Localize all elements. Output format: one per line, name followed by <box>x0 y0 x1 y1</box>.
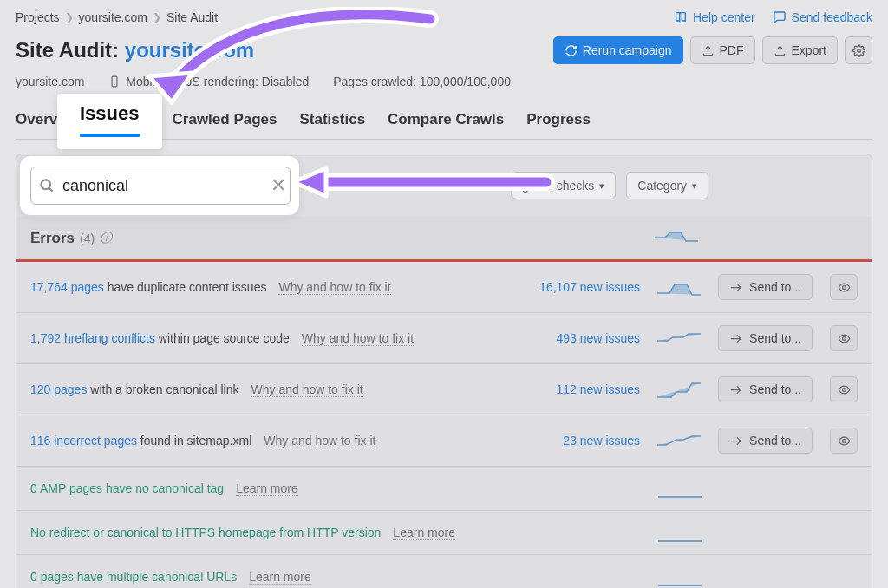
search-input[interactable] <box>62 177 264 195</box>
breadcrumb-projects[interactable]: Projects <box>16 10 60 24</box>
hide-issue-button[interactable] <box>830 325 858 351</box>
issue-row: 17,764 pages have duplicate content issu… <box>16 262 872 313</box>
svg-point-8 <box>842 439 846 442</box>
category-filter[interactable]: Category▾ <box>626 172 708 199</box>
issue-link[interactable]: 120 pages <box>30 382 87 396</box>
refresh-icon <box>565 44 578 57</box>
issue-text: with a broken canonical link <box>87 382 238 396</box>
tab-progress[interactable]: Progress <box>526 111 591 139</box>
sparkline-icon <box>655 227 698 246</box>
issue-row: 116 incorrect pages found in sitemap.xml… <box>16 415 872 467</box>
issue-link[interactable]: 0 AMP pages have no canonical tag <box>30 481 224 495</box>
page-title: Site Audit: yoursite.com <box>16 38 254 62</box>
help-center-link[interactable]: Help center <box>674 10 755 24</box>
breadcrumb-tool[interactable]: Site Audit <box>166 10 218 24</box>
issues-panel: ✕ gered checks▾ Category▾ Errors (4) ⓘ 1… <box>16 154 872 588</box>
why-fix-link[interactable]: Why and how to fix it <box>278 280 390 295</box>
issue-link[interactable]: 17,764 pages <box>30 280 104 294</box>
sparkline-flat <box>658 567 702 586</box>
meta-crawled: Pages crawled: 100,000/100,000 <box>333 75 511 88</box>
pdf-button[interactable]: PDF <box>690 36 755 64</box>
sparkline-icon <box>657 278 701 297</box>
svg-point-7 <box>842 388 846 391</box>
send-to-button[interactable]: Send to... <box>718 274 813 300</box>
mobile-icon <box>108 75 121 88</box>
why-fix-link[interactable]: Why and how to fix it <box>302 331 414 346</box>
hide-issue-button[interactable] <box>830 274 858 300</box>
triggered-checks-filter[interactable]: gered checks▾ <box>511 172 616 199</box>
meta-domain: yoursite.com <box>16 75 84 88</box>
send-to-button[interactable]: Send to... <box>718 376 813 402</box>
issue-text: have duplicate content issues <box>104 280 267 294</box>
hide-issue-button[interactable] <box>830 428 858 454</box>
chevron-down-icon: ▾ <box>692 180 697 192</box>
gear-icon <box>852 44 865 57</box>
chevron-down-icon: ▾ <box>599 180 604 192</box>
sparkline-flat <box>658 523 702 542</box>
svg-point-0 <box>857 49 860 52</box>
issue-link[interactable]: 0 pages have multiple canonical URLs <box>30 570 237 584</box>
send-to-button[interactable]: Send to... <box>718 325 813 351</box>
why-fix-link[interactable]: Why and how to fix it <box>264 434 375 448</box>
new-issues-count[interactable]: 112 new issues <box>510 382 640 396</box>
meta-device: Mobile <box>108 75 161 88</box>
tab-compare-crawls[interactable]: Compare Crawls <box>388 111 504 139</box>
issue-row: 120 pages with a broken canonical linkWh… <box>16 364 872 415</box>
clear-search-button[interactable]: ✕ <box>271 174 286 197</box>
book-icon <box>674 10 688 24</box>
issue-row: No redirect or canonical to HTTPS homepa… <box>16 511 872 555</box>
new-issues-count[interactable]: 16,107 new issues <box>510 280 640 294</box>
svg-point-6 <box>842 336 846 340</box>
issue-text: within page source code <box>155 331 290 345</box>
issues-tab-highlight: Issues <box>57 94 162 149</box>
title-domain[interactable]: yoursite.com <box>125 38 254 62</box>
tab-statistics[interactable]: Statistics <box>300 111 366 139</box>
learn-more-link[interactable]: Learn more <box>393 526 455 540</box>
issue-link[interactable]: 1,792 hreflang conflicts <box>30 331 155 345</box>
chevron-right-icon: ❯ <box>153 11 161 23</box>
search-input-wrap[interactable]: ✕ <box>30 167 291 205</box>
tab-crawled-pages[interactable]: Crawled Pages <box>173 111 278 139</box>
send-to-button[interactable]: Send to... <box>718 428 813 454</box>
breadcrumb-domain[interactable]: yoursite.com <box>79 10 147 24</box>
sparkline-icon <box>657 431 701 450</box>
settings-button[interactable] <box>845 36 872 64</box>
sparkline-icon <box>657 380 701 399</box>
chevron-right-icon: ❯ <box>65 11 74 23</box>
upload-icon <box>774 44 787 57</box>
hide-issue-button[interactable] <box>830 376 858 402</box>
new-issues-count[interactable]: 23 new issues <box>510 434 640 448</box>
issue-row: 0 pages have multiple canonical URLsLear… <box>16 555 872 588</box>
search-icon <box>38 177 56 194</box>
export-button[interactable]: Export <box>762 36 838 64</box>
upload-icon <box>702 44 715 57</box>
svg-point-3 <box>41 180 50 189</box>
sparkline-flat <box>658 479 702 498</box>
issue-text: found in sitemap.xml <box>137 434 251 448</box>
svg-line-4 <box>49 188 53 192</box>
chat-icon <box>773 10 787 24</box>
send-feedback-link[interactable]: Send feedback <box>773 10 872 24</box>
sparkline-icon <box>657 329 701 348</box>
issue-link[interactable]: 116 incorrect pages <box>30 434 137 448</box>
tab-issues[interactable]: Issues <box>80 102 140 125</box>
meta-js: JS rendering: Disabled <box>186 75 310 88</box>
svg-rect-1 <box>112 76 117 87</box>
issue-row: 1,792 hreflang conflicts within page sou… <box>16 313 872 364</box>
rerun-campaign-button[interactable]: Rerun campaign <box>553 36 683 64</box>
new-issues-count[interactable]: 493 new issues <box>510 331 640 345</box>
issue-row: 0 AMP pages have no canonical tagLearn m… <box>16 467 872 511</box>
issue-link[interactable]: No redirect or canonical to HTTPS homepa… <box>30 526 381 539</box>
errors-section-header: Errors (4) ⓘ <box>16 217 872 262</box>
why-fix-link[interactable]: Why and how to fix it <box>251 382 363 397</box>
learn-more-link[interactable]: Learn more <box>249 570 311 585</box>
info-icon[interactable]: ⓘ <box>100 231 112 246</box>
learn-more-link[interactable]: Learn more <box>236 481 298 496</box>
svg-point-5 <box>842 285 846 289</box>
